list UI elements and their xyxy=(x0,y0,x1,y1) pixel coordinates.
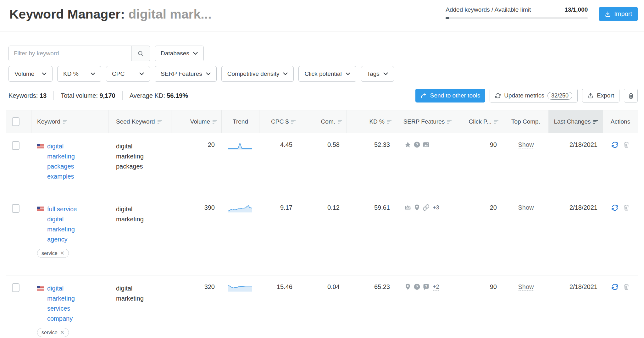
trend-sparkline xyxy=(222,275,259,338)
send-to-other-tools-button[interactable]: Send to other tools xyxy=(415,89,486,103)
table-header-row: Keyword Seed Keyword Volume Trend CPC $ … xyxy=(6,110,638,133)
col-header-top-comp: Top Comp. xyxy=(503,110,549,133)
click-potential-filter-dropdown[interactable]: Click potential xyxy=(298,66,356,82)
refresh-row-icon[interactable] xyxy=(611,283,619,338)
last-changes-date: 2/18/2021 xyxy=(549,133,603,196)
serp-more-link[interactable]: +2 xyxy=(433,283,439,291)
keyword-link[interactable]: digital marketing packages examples xyxy=(47,141,82,181)
competitive-density-filter-dropdown[interactable]: Competitive density xyxy=(221,66,294,82)
limit-progress-bar xyxy=(446,17,588,19)
filters-section: Databases Volume KD % CPC SERP Features … xyxy=(8,46,638,82)
col-header-volume[interactable]: Volume xyxy=(171,110,222,133)
stat-total-volume: Total volume: 9,170 xyxy=(61,92,115,99)
update-metrics-button[interactable]: Update metrics 32/250 xyxy=(490,89,578,103)
last-changes-date: 2/18/2021 xyxy=(549,196,603,275)
stat-keywords: Keywords: 13 xyxy=(8,92,47,99)
export-icon xyxy=(587,92,594,99)
keyword-tag[interactable]: service ✕ xyxy=(37,249,69,258)
col-header-com[interactable]: Com. xyxy=(300,110,347,133)
link-icon xyxy=(423,204,430,211)
col-header-kd[interactable]: KD % xyxy=(347,110,396,133)
tag-remove-icon[interactable]: ✕ xyxy=(60,329,64,336)
sort-icon xyxy=(447,120,452,124)
volume-filter-label: Volume xyxy=(14,70,34,77)
svg-text:?: ? xyxy=(425,285,427,288)
volume-value: 20 xyxy=(171,133,222,196)
tags-filter-dropdown[interactable]: Tags xyxy=(361,66,394,82)
row-checkbox[interactable] xyxy=(12,283,19,292)
click-potential-value: 90 xyxy=(459,275,503,338)
col-header-keyword[interactable]: Keyword xyxy=(31,110,108,133)
delete-row-icon[interactable] xyxy=(623,283,630,338)
send-arrow-icon xyxy=(420,92,427,99)
export-button[interactable]: Export xyxy=(582,89,619,103)
delete-row-icon[interactable] xyxy=(623,204,630,275)
row-checkbox[interactable] xyxy=(12,141,19,150)
limit-progress-fill xyxy=(446,17,449,19)
import-button[interactable]: Import xyxy=(599,7,638,21)
kd-value: 52.33 xyxy=(347,133,396,196)
col-header-serp-features[interactable]: SERP Features xyxy=(396,110,459,133)
sort-icon-active xyxy=(593,120,598,124)
col-header-seed-keyword[interactable]: Seed Keyword xyxy=(108,110,171,133)
top-competitors-show-link[interactable]: Show xyxy=(518,283,534,291)
keyword-tag[interactable]: service ✕ xyxy=(37,328,69,337)
cpc-value: 9.17 xyxy=(259,196,300,275)
cpc-filter-dropdown[interactable]: CPC xyxy=(106,66,150,82)
select-all-checkbox[interactable] xyxy=(12,117,19,126)
last-changes-date: 2/18/2021 xyxy=(549,275,603,338)
top-competitors-show-link[interactable]: Show xyxy=(518,204,534,211)
star-icon xyxy=(404,141,411,148)
search-button[interactable] xyxy=(131,46,150,61)
serp-features-filter-dropdown[interactable]: SERP Features xyxy=(155,66,217,82)
question-circle-icon: ? xyxy=(414,141,420,148)
refresh-icon xyxy=(495,93,501,99)
col-header-click-potential[interactable]: Click P... xyxy=(459,110,503,133)
limit-value: 13/1,000 xyxy=(564,6,588,13)
update-metrics-label: Update metrics xyxy=(504,92,544,99)
summary-stats: Keywords: 13 Total volume: 9,170 Average… xyxy=(8,91,188,100)
table-row: full service digital marketing agency se… xyxy=(6,196,638,275)
svg-text:?: ? xyxy=(416,285,418,289)
tag-remove-icon[interactable]: ✕ xyxy=(60,250,64,257)
tag-label: service xyxy=(42,330,58,335)
keyword-limit-block: Added keywords / Available limit 13/1,00… xyxy=(446,6,588,19)
kd-filter-label: KD % xyxy=(63,70,79,77)
question-circle-icon: ? xyxy=(414,283,420,290)
keyword-filter-input[interactable] xyxy=(9,46,131,61)
row-checkbox[interactable] xyxy=(12,204,19,213)
competition-value: 0.58 xyxy=(300,133,347,196)
click-potential-value: 90 xyxy=(459,133,503,196)
chevron-down-icon xyxy=(283,72,288,75)
competitive-density-filter-label: Competitive density xyxy=(227,70,280,77)
serp-more-link[interactable]: +3 xyxy=(433,204,439,211)
databases-dropdown-label: Databases xyxy=(161,50,189,57)
databases-dropdown[interactable]: Databases xyxy=(155,46,204,61)
keyword-link[interactable]: full service digital marketing agency xyxy=(47,204,82,244)
refresh-row-icon[interactable] xyxy=(611,141,619,196)
kd-filter-dropdown[interactable]: KD % xyxy=(57,66,101,82)
delete-row-icon[interactable] xyxy=(623,141,630,196)
serp-features-filter-label: SERP Features xyxy=(161,70,202,77)
chevron-down-icon xyxy=(206,72,211,75)
keyword-link[interactable]: digital marketing services company xyxy=(47,283,82,324)
sort-icon xyxy=(291,120,296,124)
volume-filter-dropdown[interactable]: Volume xyxy=(8,66,53,82)
col-header-trend: Trend xyxy=(222,110,259,133)
keywords-table: Keyword Seed Keyword Volume Trend CPC $ … xyxy=(6,110,638,338)
col-header-last-changes[interactable]: Last Changes xyxy=(549,110,603,133)
export-button-label: Export xyxy=(597,92,614,99)
refresh-row-icon[interactable] xyxy=(611,204,619,275)
trash-icon xyxy=(628,92,634,99)
page-title-text: Keyword Manager: xyxy=(9,7,125,21)
click-potential-value: 20 xyxy=(459,196,503,275)
top-competitors-show-link[interactable]: Show xyxy=(518,141,534,148)
chevron-down-icon xyxy=(346,72,350,75)
col-header-cpc[interactable]: CPC $ xyxy=(259,110,300,133)
volume-value: 390 xyxy=(171,196,222,275)
question-bubble-icon: ? xyxy=(423,283,430,290)
delete-selected-button[interactable] xyxy=(624,89,638,103)
summary-toolbar: Keywords: 13 Total volume: 9,170 Average… xyxy=(8,89,638,103)
keyword-filter-box xyxy=(8,46,150,61)
click-potential-filter-label: Click potential xyxy=(304,70,341,77)
